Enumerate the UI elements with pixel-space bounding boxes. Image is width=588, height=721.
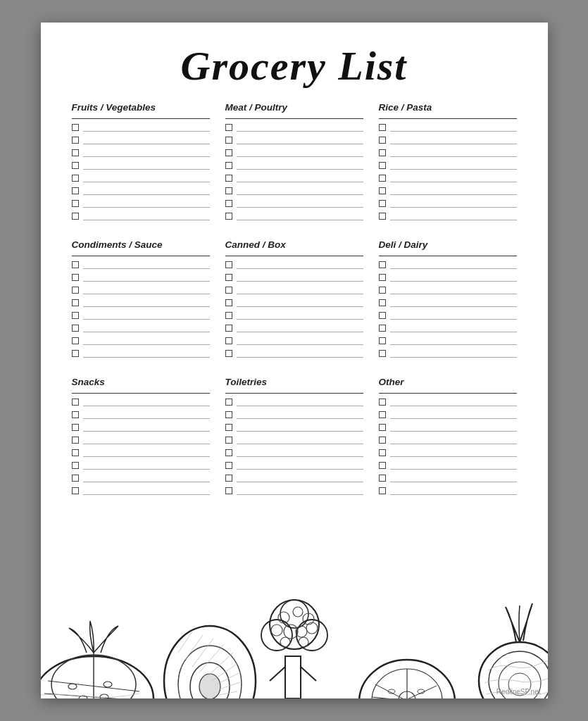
- checkbox[interactable]: [379, 424, 386, 431]
- checkbox[interactable]: [225, 200, 232, 207]
- checklist-line: [237, 123, 363, 132]
- section-toiletries: Toiletries: [221, 377, 368, 499]
- checklist-row: [72, 323, 210, 332]
- checkbox[interactable]: [225, 124, 232, 131]
- checkbox[interactable]: [379, 213, 386, 220]
- checkbox[interactable]: [72, 287, 79, 294]
- section-title-snacks: Snacks: [72, 377, 210, 387]
- checklist-line: [237, 311, 363, 320]
- checkbox[interactable]: [379, 399, 386, 406]
- checkbox[interactable]: [379, 137, 386, 144]
- checkbox[interactable]: [379, 475, 386, 482]
- checkbox[interactable]: [225, 449, 232, 456]
- checklist-row: [225, 161, 363, 170]
- checkbox[interactable]: [72, 162, 79, 169]
- checkbox[interactable]: [225, 261, 232, 268]
- checkbox[interactable]: [72, 175, 79, 182]
- checklist-line: [390, 161, 517, 170]
- checkbox[interactable]: [72, 399, 79, 406]
- svg-line-14: [270, 667, 285, 681]
- checkbox[interactable]: [225, 475, 232, 482]
- checklist-line: [83, 435, 210, 444]
- checkbox[interactable]: [225, 437, 232, 444]
- checkbox[interactable]: [379, 337, 386, 344]
- checkbox[interactable]: [72, 299, 79, 306]
- checklist-line: [237, 486, 363, 495]
- checkbox[interactable]: [225, 424, 232, 431]
- checkbox[interactable]: [225, 274, 232, 281]
- checkbox[interactable]: [72, 487, 79, 494]
- checkbox[interactable]: [225, 462, 232, 469]
- checkbox[interactable]: [72, 462, 79, 469]
- checklist-line: [237, 298, 363, 307]
- checkbox[interactable]: [379, 124, 386, 131]
- checklist-line: [390, 448, 517, 457]
- checkbox[interactable]: [72, 337, 79, 344]
- checkbox[interactable]: [225, 299, 232, 306]
- checkbox[interactable]: [225, 287, 232, 294]
- checkbox[interactable]: [72, 261, 79, 268]
- checkbox[interactable]: [72, 325, 79, 332]
- checkbox[interactable]: [379, 200, 386, 207]
- checklist-row: [379, 435, 517, 444]
- section-divider-toiletries: [225, 393, 363, 394]
- checklist-line: [237, 473, 363, 482]
- section-deli-dairy: Deli / Dairy: [375, 239, 521, 361]
- checkbox[interactable]: [225, 213, 232, 220]
- checkbox[interactable]: [379, 437, 386, 444]
- checkbox[interactable]: [379, 487, 386, 494]
- checkbox[interactable]: [225, 187, 232, 194]
- checklist-row: [225, 272, 363, 282]
- checkbox[interactable]: [72, 124, 79, 131]
- section-title-condiments-sauce: Condiments / Sauce: [72, 239, 210, 250]
- checklist-row: [225, 486, 363, 495]
- checkbox[interactable]: [72, 411, 79, 418]
- checklist-row: [379, 123, 517, 132]
- checkbox[interactable]: [72, 437, 79, 444]
- checkbox[interactable]: [72, 424, 79, 431]
- checkbox[interactable]: [379, 274, 386, 281]
- checkbox[interactable]: [379, 287, 386, 294]
- checkbox[interactable]: [72, 274, 79, 281]
- checkbox[interactable]: [72, 149, 79, 156]
- checklist-line: [390, 311, 517, 320]
- checkbox[interactable]: [72, 312, 79, 319]
- checkbox[interactable]: [225, 487, 232, 494]
- checklist-line: [83, 410, 210, 419]
- checkbox[interactable]: [379, 299, 386, 306]
- checkbox[interactable]: [379, 325, 386, 332]
- checkbox[interactable]: [225, 337, 232, 344]
- checkbox[interactable]: [225, 399, 232, 406]
- checklist-line: [83, 173, 210, 182]
- checkbox[interactable]: [379, 449, 386, 456]
- checklist-row: [225, 211, 363, 220]
- checkbox[interactable]: [379, 411, 386, 418]
- checkbox[interactable]: [72, 137, 79, 144]
- checkbox[interactable]: [225, 137, 232, 144]
- checkbox[interactable]: [379, 350, 386, 357]
- checkbox[interactable]: [72, 350, 79, 357]
- checkbox[interactable]: [379, 261, 386, 268]
- checkbox[interactable]: [72, 200, 79, 207]
- checkbox[interactable]: [225, 350, 232, 357]
- checkbox[interactable]: [379, 312, 386, 319]
- checkbox[interactable]: [379, 462, 386, 469]
- checklist-line: [237, 211, 363, 220]
- checkbox[interactable]: [225, 162, 232, 169]
- checkbox[interactable]: [72, 475, 79, 482]
- checkbox[interactable]: [225, 149, 232, 156]
- checkbox[interactable]: [225, 325, 232, 332]
- section-title-fruits-vegetables: Fruits / Vegetables: [72, 102, 210, 113]
- checkbox[interactable]: [225, 175, 232, 182]
- checkbox[interactable]: [72, 187, 79, 194]
- checkbox[interactable]: [379, 162, 386, 169]
- checkbox[interactable]: [225, 312, 232, 319]
- checkbox[interactable]: [379, 175, 386, 182]
- checklist-line: [83, 285, 210, 294]
- checkbox[interactable]: [379, 187, 386, 194]
- checkbox[interactable]: [72, 213, 79, 220]
- checkbox[interactable]: [379, 149, 386, 156]
- checkbox[interactable]: [72, 449, 79, 456]
- section-condiments-sauce: Condiments / Sauce: [68, 239, 214, 361]
- checkbox[interactable]: [225, 411, 232, 418]
